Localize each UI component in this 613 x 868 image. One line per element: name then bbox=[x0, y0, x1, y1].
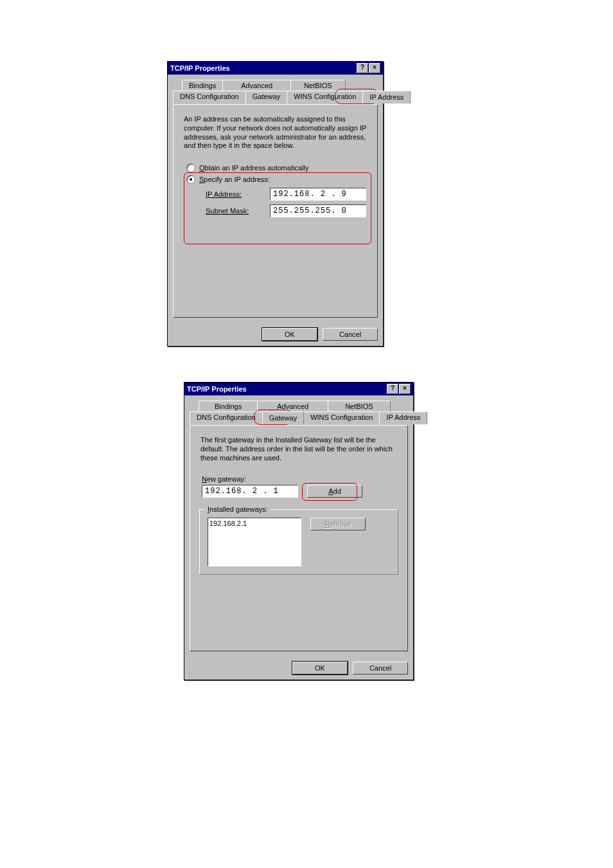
tab-ip-address[interactable]: IP Address bbox=[379, 411, 427, 424]
help-icon[interactable]: ? bbox=[357, 63, 368, 73]
tcpip-properties-dialog-ipaddress: TCP/IP Properties ? × Bindings Advanced … bbox=[167, 61, 384, 347]
tab-netbios[interactable]: NetBIOS bbox=[328, 401, 390, 411]
remove-button: Remove bbox=[310, 518, 366, 530]
titlebar[interactable]: TCP/IP Properties ? × bbox=[184, 383, 413, 395]
new-gateway-field[interactable]: 192.168. 2 . 1 bbox=[202, 485, 298, 498]
installed-gateways-list[interactable]: 192.168.2.1 bbox=[208, 518, 301, 566]
radio-obtain-auto[interactable]: Obtain an IP address automatically bbox=[186, 163, 364, 172]
radio-icon bbox=[186, 163, 195, 172]
window-title: TCP/IP Properties bbox=[187, 385, 247, 393]
ok-button[interactable]: OK bbox=[262, 328, 317, 341]
tab-strip: Bindings Advanced NetBIOS DNS Configurat… bbox=[173, 80, 378, 104]
tab-dns-configuration[interactable]: DNS Configuration bbox=[173, 91, 246, 104]
description-text: The first gateway in the Installed Gatew… bbox=[200, 436, 397, 462]
tab-wins-configuration[interactable]: WINS Configuration bbox=[303, 411, 380, 424]
tab-advanced[interactable]: Advanced bbox=[257, 401, 328, 411]
tcpip-properties-dialog-gateway: TCP/IP Properties ? × Bindings Advanced … bbox=[184, 382, 414, 680]
description-text: An IP address can be automatically assig… bbox=[184, 115, 367, 150]
list-item[interactable]: 192.168.2.1 bbox=[209, 520, 299, 527]
tab-wins-configuration[interactable]: WINS Configuration bbox=[287, 91, 363, 104]
radio-label: Obtain an IP address automatically bbox=[199, 164, 308, 172]
close-icon[interactable]: × bbox=[399, 384, 411, 394]
cancel-button[interactable]: Cancel bbox=[323, 328, 378, 341]
titlebar[interactable]: TCP/IP Properties ? × bbox=[168, 62, 383, 75]
ok-button[interactable]: OK bbox=[292, 662, 348, 674]
tab-bindings[interactable]: Bindings bbox=[199, 401, 258, 411]
window-title: TCP/IP Properties bbox=[170, 64, 230, 72]
highlight-group-specify bbox=[184, 172, 371, 244]
installed-gateways-label: Installed gateways: bbox=[205, 505, 271, 513]
tab-advanced[interactable]: Advanced bbox=[222, 80, 291, 91]
tab-dns-configuration[interactable]: DNS Configuration bbox=[190, 411, 263, 424]
tab-netbios[interactable]: NetBIOS bbox=[290, 80, 345, 91]
close-icon[interactable]: × bbox=[369, 63, 380, 73]
cancel-button[interactable]: Cancel bbox=[353, 662, 408, 674]
tab-ip-address[interactable]: IP Address bbox=[362, 91, 411, 104]
tab-bindings[interactable]: Bindings bbox=[182, 80, 223, 91]
tab-gateway[interactable]: Gateway bbox=[262, 411, 304, 424]
help-icon[interactable]: ? bbox=[387, 384, 398, 394]
tab-strip: Bindings Advanced NetBIOS DNS Configurat… bbox=[190, 401, 408, 425]
tab-gateway[interactable]: Gateway bbox=[245, 91, 287, 104]
new-gateway-label: New gateway: bbox=[202, 475, 396, 483]
add-button[interactable]: Add bbox=[307, 485, 362, 498]
